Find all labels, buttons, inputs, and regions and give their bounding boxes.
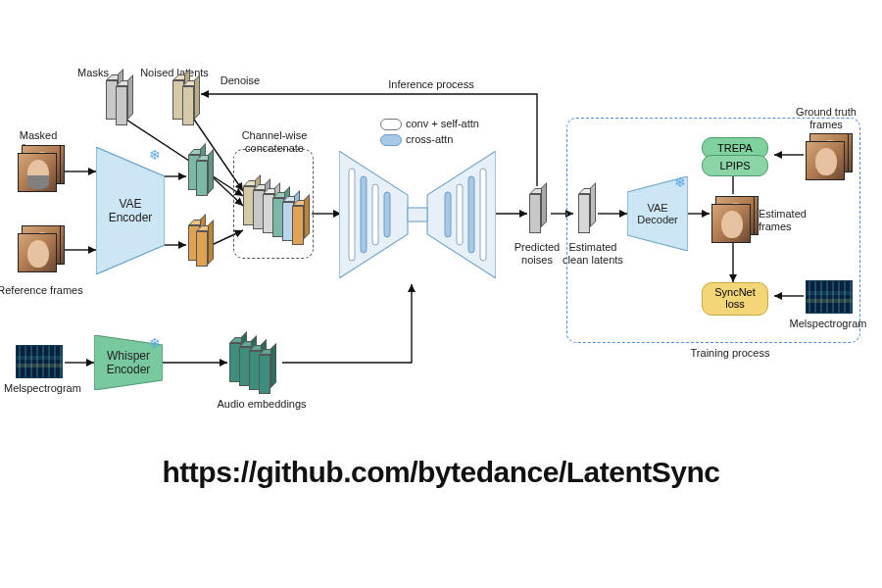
enc-out-masked-2	[196, 161, 208, 196]
vae-decoder-label: VAE Decoder	[627, 202, 688, 225]
snowflake-icon-whisper: ❄	[149, 335, 161, 351]
vae-encoder-label: VAE Encoder	[96, 197, 165, 224]
label-mel2: Melspectrogram	[786, 318, 870, 330]
label-mel1: Melspectrogram	[4, 382, 78, 395]
lpips-pill: LPIPS	[702, 155, 768, 176]
legend-conv-selfattn: conv + self-attn	[380, 118, 517, 130]
enc-out-ref-2	[196, 231, 208, 267]
label-denoise: Denoise	[216, 74, 265, 87]
syncnet-pill: SyncNet loss	[702, 282, 768, 316]
label-estimated-frames: Estimated frames	[759, 208, 817, 232]
melspectrogram-training	[806, 280, 853, 314]
label-masks: Masks	[74, 67, 113, 79]
label-concat: Channel-wise concatenate	[233, 129, 316, 154]
ground-truth-stack	[806, 133, 853, 180]
masked-frames-stack	[18, 145, 65, 192]
legend-conv-text: conv + self-attn	[406, 118, 479, 129]
label-predicted-noises: Predicted noises	[510, 241, 564, 266]
melspectrogram-input	[16, 345, 63, 378]
unet-block	[339, 151, 496, 278]
diagram-canvas: Masks Noised latents Denoise Inference p…	[0, 59, 882, 431]
vae-encoder-block: VAE Encoder	[96, 147, 165, 274]
svg-rect-23	[349, 169, 355, 261]
url-text: https://github.com/bytedance/LatentSync	[0, 456, 882, 489]
label-reference-frames: Reference frames	[0, 284, 84, 297]
label-audio-emb: Audio embeddings	[208, 398, 316, 411]
estimated-frames-stack	[711, 196, 759, 243]
concat-slab-6	[292, 206, 304, 245]
svg-rect-27	[445, 192, 451, 237]
label-inference: Inference process	[372, 78, 490, 91]
svg-rect-25	[372, 184, 378, 245]
svg-rect-29	[468, 176, 474, 253]
svg-rect-24	[361, 176, 367, 253]
label-ground-truth: Ground truth frames	[790, 106, 862, 130]
snowflake-icon-vae-dec: ❄	[674, 174, 686, 190]
whisper-encoder-label: Whisper Encoder	[94, 349, 163, 376]
noised-slab2	[182, 86, 194, 125]
svg-rect-30	[480, 169, 486, 261]
reference-frames-stack	[18, 225, 65, 272]
svg-rect-26	[384, 192, 390, 237]
legend-cap-crossattn-icon	[380, 134, 402, 146]
legend-cross-text: cross-attn	[406, 133, 453, 145]
legend-crossattn: cross-attn	[380, 133, 517, 146]
svg-rect-22	[408, 208, 427, 221]
predicted-noises-slab	[529, 194, 541, 233]
label-training: Training process	[676, 347, 784, 360]
snowflake-icon-vae-enc: ❄	[149, 147, 161, 163]
legend-cap-selfattn-icon	[380, 119, 402, 130]
svg-rect-28	[457, 184, 463, 245]
audio-emb-4	[259, 355, 270, 394]
masks-slab2	[116, 86, 127, 125]
